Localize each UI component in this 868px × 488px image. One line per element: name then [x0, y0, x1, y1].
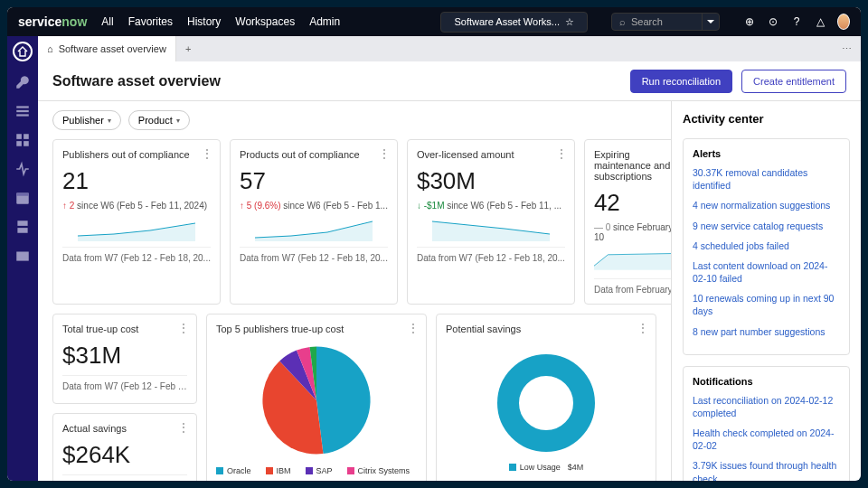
card-footer: Data from W7 (Feb 12 - Feb 18, 20... [62, 247, 211, 263]
help-icon[interactable]: ? [790, 15, 803, 28]
kpi-delta: — 0 since February 10 [594, 222, 671, 242]
card-menu-icon[interactable]: ⋮ [556, 147, 567, 160]
kpi-card-small: ⋮Actual savings$264KData from February 2… [52, 413, 197, 481]
filter-publisher[interactable]: Publisher▾ [52, 110, 121, 130]
card-menu-icon[interactable]: ⋮ [178, 322, 189, 334]
chevron-down-icon: ▾ [176, 117, 180, 125]
svg-rect-11 [16, 252, 29, 261]
sparkline [594, 248, 671, 273]
nav-history[interactable]: History [187, 15, 221, 28]
topbar: servicenow All Favorites History Workspa… [7, 7, 861, 36]
nav-all[interactable]: All [101, 15, 113, 28]
create-entitlement-button[interactable]: Create entitlement [741, 70, 846, 93]
alert-link[interactable]: 8 new part number suggestions [693, 325, 840, 338]
card-menu-icon[interactable]: ⋮ [637, 322, 648, 334]
kpi-value: $30M [417, 167, 565, 195]
alert-link[interactable]: 10 renewals coming up in next 90 days [693, 292, 840, 317]
activity-center: Activity center Alerts 30.37K removal ca… [671, 101, 861, 481]
svg-rect-6 [24, 141, 29, 146]
card-footer: Data from February 11 [594, 278, 671, 295]
chat-icon[interactable]: ⊙ [767, 15, 779, 28]
server-icon[interactable] [14, 219, 31, 235]
alert-link[interactable]: 4 scheduled jobs failed [693, 239, 840, 252]
notification-link[interactable]: Health check completed on 2024-02-02 [693, 427, 840, 452]
alerts-heading: Alerts [693, 148, 840, 159]
new-tab-button[interactable]: + [176, 43, 200, 54]
wrench-icon[interactable] [14, 74, 31, 90]
card-title: Products out of compliance [240, 149, 388, 160]
bell-icon[interactable]: △ [814, 15, 826, 28]
home-icon: ⌂ [47, 43, 53, 54]
card-title: Actual savings [62, 423, 187, 434]
kpi-value: 21 [62, 167, 211, 195]
chevron-down-icon: ▾ [108, 117, 111, 125]
svg-rect-1 [16, 110, 29, 112]
svg-rect-2 [16, 114, 29, 116]
svg-point-12 [508, 365, 584, 441]
svg-rect-10 [17, 228, 27, 233]
notification-link[interactable]: Last reconciliation on 2024-02-12 comple… [693, 394, 840, 419]
pie-chart [216, 342, 417, 459]
alert-link[interactable]: 30.37K removal candidates identified [693, 166, 840, 192]
legend-item: IBM [266, 466, 291, 475]
legend-item: Oracle [216, 466, 251, 475]
calendar-icon[interactable] [14, 190, 31, 206]
side-rail [7, 36, 38, 481]
svg-rect-8 [16, 192, 29, 195]
card-title: Total true-up cost [62, 324, 187, 334]
card-title: Potential savings [446, 324, 646, 334]
star-icon: ☆ [565, 16, 574, 28]
card-footer: Data from W7 (Feb 12 - Feb 18, 20... [417, 247, 565, 263]
kpi-card: ⋮Products out of compliance57↑ 5 (9.6%) … [230, 139, 398, 305]
card-top5-trueup: ⋮ Top 5 publishers true-up cost OracleIB… [206, 314, 427, 481]
filter-product[interactable]: Product▾ [128, 110, 190, 130]
archive-icon[interactable] [14, 248, 31, 264]
kpi-delta: ↓ -$1M since W6 (Feb 5 - Feb 11, ... [417, 201, 565, 211]
sparkline [417, 216, 565, 241]
search-icon: ⌕ [619, 16, 626, 27]
nav-favorites[interactable]: Favorites [128, 15, 173, 28]
search-input[interactable]: ⌕Search [611, 13, 720, 31]
workspace-pill[interactable]: Software Asset Works...☆ [440, 12, 588, 33]
svg-rect-0 [16, 106, 29, 108]
card-footer: Data from W7 (Feb 12 - Feb 18, 20... [240, 247, 388, 263]
kpi-delta: ↑ 5 (9.6%) since W6 (Feb 5 - Feb 1... [240, 201, 388, 211]
page-title: Software asset overview [52, 73, 221, 89]
donut-chart [492, 349, 600, 457]
tab-menu-icon[interactable]: ⋯ [833, 43, 861, 55]
kpi-value: $31M [62, 342, 187, 370]
legend-item: Citrix Systems [347, 466, 410, 475]
nav-admin[interactable]: Admin [309, 15, 340, 28]
card-menu-icon[interactable]: ⋮ [178, 421, 189, 434]
svg-rect-3 [16, 134, 22, 139]
home-icon[interactable] [13, 42, 33, 61]
svg-rect-4 [24, 134, 29, 139]
notification-link[interactable]: 3.79K issues found through health check [693, 459, 840, 481]
dashboard-icon[interactable] [14, 132, 31, 148]
card-menu-icon[interactable]: ⋮ [202, 147, 212, 160]
tab-overview[interactable]: ⌂Software asset overview [38, 36, 176, 61]
alert-link[interactable]: 9 new service catalog requests [693, 220, 840, 232]
alert-link[interactable]: 4 new normalization suggestions [693, 199, 840, 211]
alert-link[interactable]: Last content download on 2024-02-10 fail… [693, 259, 840, 285]
run-reconciliation-button[interactable]: Run reconciliation [630, 70, 732, 93]
card-menu-icon[interactable]: ⋮ [379, 147, 390, 160]
card-title: Expiring maintenance and subscriptions [594, 149, 671, 182]
kpi-card: ⋮Over-licensed amount$30M↓ -$1M since W6… [407, 139, 575, 305]
notifications-heading: Notifications [693, 376, 840, 387]
card-title: Top 5 publishers true-up cost [216, 324, 417, 334]
kpi-value: 57 [240, 167, 388, 195]
kpi-card: ⋮Expiring maintenance and subscriptions4… [584, 139, 671, 305]
activity-icon[interactable] [14, 161, 31, 177]
svg-rect-9 [17, 221, 27, 226]
card-footer: Data from February 2024 [62, 474, 187, 481]
card-title: Over-licensed amount [417, 149, 565, 160]
list-icon[interactable] [14, 103, 31, 119]
kpi-card-small: ⋮Total true-up cost$31MData from W7 (Feb… [52, 314, 197, 404]
avatar[interactable] [837, 14, 850, 30]
kpi-value: 42 [594, 189, 671, 217]
card-potential-savings: ⋮ Potential savings Low Usage$4M [436, 314, 656, 481]
globe-icon[interactable]: ⊕ [743, 15, 756, 28]
nav-workspaces[interactable]: Workspaces [235, 15, 295, 28]
card-menu-icon[interactable]: ⋮ [408, 322, 419, 334]
